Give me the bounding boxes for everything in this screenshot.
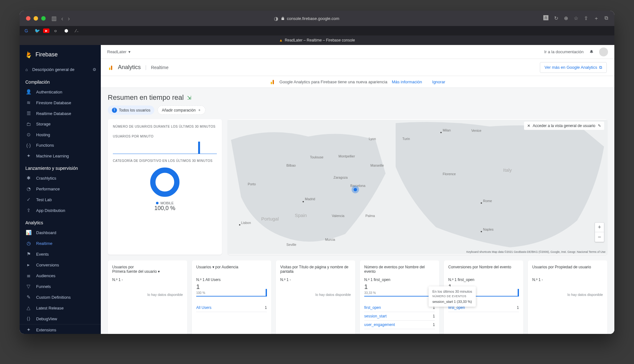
- card-list: All Users1: [196, 303, 267, 312]
- nav-icon: ▽: [25, 284, 32, 289]
- bell-icon[interactable]: 🔔︎: [589, 49, 593, 54]
- sidebar-item-audiences[interactable]: ≣Audiences: [20, 270, 101, 281]
- sidebar-item-events[interactable]: ⚑Events: [20, 249, 101, 259]
- analytics-icon: [270, 79, 275, 84]
- card-users-overview: NÚMERO DE USUARIOS DURANTE LOS ÚLTIMOS 3…: [108, 119, 222, 255]
- sidebar-item-overview[interactable]: ⌂Descripción general de ⚙: [20, 64, 101, 75]
- pinned-tab-google[interactable]: G: [22, 27, 31, 35]
- chip-add-comparison[interactable]: Añadir comparación ＋: [158, 105, 205, 115]
- docs-link[interactable]: Ir a la documentación: [544, 49, 584, 54]
- zoom-in-button[interactable]: +: [595, 223, 604, 232]
- learn-more-link[interactable]: Más información: [392, 80, 422, 84]
- list-item[interactable]: session_start1: [364, 312, 435, 321]
- external-link-icon: ⧉: [599, 65, 602, 70]
- download-icon[interactable]: ⊕: [564, 15, 568, 22]
- extensions-icon: ✦: [25, 327, 32, 333]
- realtime-card-2: Visitas por Título de página y nombre de…: [276, 260, 355, 334]
- sidebar-item-conversions[interactable]: ▸Conversions: [20, 259, 101, 270]
- pinned-tab[interactable]: ⬢: [61, 27, 71, 35]
- card-empty: lo hay datos disponible: [112, 293, 183, 297]
- sidebar-item-app-distribution[interactable]: ⇪App Distribution: [20, 205, 101, 216]
- svg-text:Palma: Palma: [366, 214, 375, 218]
- sidebar-item-funnels[interactable]: ▽Funnels: [20, 281, 101, 292]
- sidebar-item-realtime-database[interactable]: ☰Realtime Database: [20, 108, 101, 119]
- card-title: Número de eventos por Nombre del evento: [364, 265, 435, 274]
- maximize-window-icon[interactable]: [41, 16, 46, 21]
- translate-icon[interactable]: 🅰: [543, 15, 548, 22]
- svg-point-30: [354, 188, 357, 191]
- project-selector[interactable]: ReadLater▾: [107, 49, 131, 54]
- avatar[interactable]: [599, 48, 608, 56]
- sidebar-item-latest-release[interactable]: △Latest Release: [20, 303, 101, 313]
- svg-text:Madrid: Madrid: [305, 197, 315, 201]
- new-tab-icon[interactable]: ＋: [594, 15, 599, 22]
- minimize-window-icon[interactable]: [34, 16, 38, 21]
- nav-icon: ✓: [25, 197, 32, 202]
- sidebar-item-custom-definitions[interactable]: ✎Custom Definitions: [20, 292, 101, 303]
- realtime-card-1: Usuarios ▾ por AudienciaN.º 1 All Users1…: [192, 260, 271, 334]
- window-controls[interactable]: [26, 16, 46, 21]
- tabs-icon[interactable]: ⧉: [605, 15, 608, 22]
- share-icon[interactable]: ⇪: [584, 15, 588, 22]
- reload-icon[interactable]: ↻: [554, 15, 558, 22]
- svg-text:Lisbon: Lisbon: [241, 221, 251, 225]
- sidebar-item-extensions[interactable]: ✦ Extensions: [20, 324, 101, 334]
- chip-all-users[interactable]: T Todos los usuarios: [108, 105, 154, 115]
- map-canvas[interactable]: Spain Portugal Italy Madrid Barcelona Za…: [228, 119, 607, 255]
- sidebar-item-crashlytics[interactable]: ✱Crashlytics: [20, 173, 101, 183]
- forward-icon[interactable]: ›: [68, 15, 70, 22]
- sidebar-toggle-icon[interactable]: ▥: [51, 15, 57, 22]
- close-window-icon[interactable]: [26, 16, 30, 21]
- svg-point-20: [481, 231, 482, 232]
- sidebar-section-analytics: Analytics: [20, 216, 101, 227]
- sidebar-item-authentication[interactable]: 👤Authentication: [20, 86, 101, 97]
- sidebar-item-performance[interactable]: ◔Performance: [20, 183, 101, 194]
- sidebar-item-machine-learning[interactable]: ✦Machine Learning: [20, 150, 101, 161]
- tab-title: ▲ ReadLater – Realtime – Firebase consol…: [20, 35, 614, 45]
- zoom-out-button[interactable]: −: [595, 232, 604, 242]
- sidebar-item-debugview[interactable]: ⟨⟩DebugView: [20, 313, 101, 324]
- card-realtime-map[interactable]: Spain Portugal Italy Madrid Barcelona Za…: [228, 119, 607, 255]
- sidebar-item-firestore-database[interactable]: ≋Firestore Database: [20, 97, 101, 108]
- sidebar-item-functions[interactable]: (·)Functions: [20, 140, 101, 150]
- svg-text:Valencia: Valencia: [332, 214, 345, 218]
- svg-text:Italy: Italy: [503, 168, 512, 173]
- nav-icon: (·): [25, 143, 32, 148]
- shield-icon[interactable]: ◑: [274, 16, 278, 22]
- sidebar-item-realtime[interactable]: ◷Realtime: [20, 238, 101, 249]
- back-icon[interactable]: ‹: [61, 15, 63, 22]
- firebase-logo[interactable]: Firebase: [20, 45, 101, 64]
- list-item[interactable]: All Users1: [196, 303, 267, 312]
- event-tooltip: En los últimos 30 minutos NÚMERO DE EVEN…: [429, 286, 476, 307]
- pinned-tab-youtube[interactable]: ▶: [43, 29, 49, 33]
- svg-point-18: [440, 132, 442, 133]
- sidebar-item-storage[interactable]: 🗀Storage: [20, 119, 101, 129]
- pinned-tab[interactable]: ○: [51, 27, 60, 35]
- svg-text:Seville: Seville: [287, 243, 296, 246]
- map-attribution: Keyboard shortcuts Map data ©2021 GeoBas…: [466, 250, 605, 253]
- nav-icon: ✱: [25, 175, 32, 181]
- pinned-tab-twitter[interactable]: 🐦: [32, 27, 42, 35]
- card-title: Usuarios por Propiedad de usuario: [532, 265, 603, 274]
- page-title: Resumen en tiempo real ⇲: [108, 93, 607, 102]
- gear-icon[interactable]: ⚙: [93, 67, 96, 72]
- sidebar-item-dashboard[interactable]: 📊Dashboard: [20, 227, 101, 238]
- edit-icon[interactable]: ✎: [598, 124, 601, 128]
- nav-icon: ▸: [25, 262, 32, 268]
- user-overview-button[interactable]: ✕ Acceder a la vista general de usuario …: [524, 122, 604, 130]
- list-item[interactable]: user_engagement1: [364, 321, 435, 329]
- home-icon: ⌂: [25, 67, 28, 72]
- address-bar[interactable]: 🔒︎console.firebase.google.com: [281, 16, 340, 21]
- sidebar-section-build: Compilación: [20, 75, 101, 86]
- open-google-analytics-button[interactable]: Ver más en Google Analytics⧉: [540, 62, 607, 73]
- pinned-tab[interactable]: ⁄₋: [72, 27, 82, 35]
- list-item[interactable]: first_open1: [364, 303, 435, 312]
- sidebar-item-hosting[interactable]: ⊙Hosting: [20, 129, 101, 140]
- realtime-cards-row: Usuarios porPrimera fuente del usuario ▾…: [108, 260, 607, 334]
- nav-icon: ☰: [25, 111, 32, 116]
- sidebar-item-test-lab[interactable]: ✓Test Lab: [20, 194, 101, 205]
- dismiss-button[interactable]: Ignorar: [432, 80, 445, 84]
- bookmark-icon[interactable]: ☆: [574, 15, 578, 22]
- svg-text:Rome: Rome: [483, 199, 492, 203]
- share-report-icon[interactable]: ⇲: [187, 95, 191, 101]
